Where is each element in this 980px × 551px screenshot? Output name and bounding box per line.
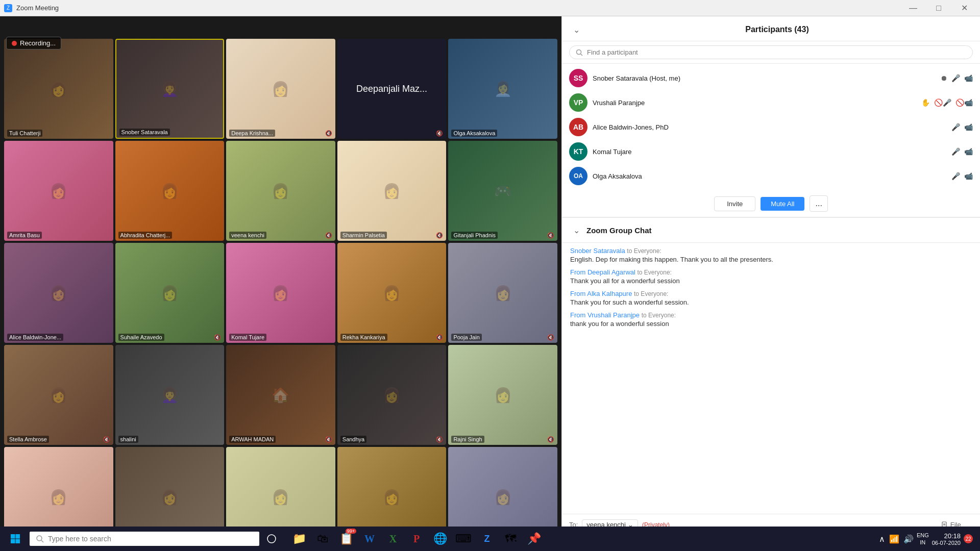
video-cell-olga[interactable]: 👩‍💼 Olga Aksakalova: [448, 39, 557, 139]
avatar-alice: AB: [569, 118, 587, 136]
video-cell-sandhya[interactable]: 👩 Sandhya 🔇: [337, 345, 447, 445]
video-cell-suhaile[interactable]: 👩 Suhaile Azavedo 🔇: [115, 243, 225, 343]
start-button[interactable]: [3, 527, 28, 551]
video-frame-stella: 👩: [4, 345, 113, 445]
task-view-button[interactable]: [261, 529, 282, 549]
video-cell-gitanjali[interactable]: 🎮 Gitanjali Phadnis 🔇: [448, 141, 557, 241]
word-icon: W: [364, 533, 375, 545]
participant-item-snober[interactable]: SS Snober Sataravala (Host, me) ⏺ 🎤 📹: [562, 66, 980, 90]
mute-icon-sharmin: 🔇: [436, 232, 443, 239]
video-cell-sharmin[interactable]: 👩 Sharmin Palsetia 🔇: [337, 141, 447, 241]
chat-to-2: to Everyone:: [634, 290, 668, 297]
participant-item-vrushali[interactable]: VP Vrushali Paranjpe ✋ 🚫🎤 🚫📹: [562, 90, 980, 115]
video-cell-rekha[interactable]: 👩 Rekha Kankariya 🔇: [337, 243, 447, 343]
taskbar-search-input[interactable]: [48, 535, 253, 543]
taskbar-app-store[interactable]: 🛍: [311, 528, 334, 550]
powerpoint-icon: P: [413, 533, 420, 545]
video-cell-snober[interactable]: 👩‍🦱 Snober Sataravala: [115, 39, 225, 139]
mute-icon-gitanjali: 🔇: [547, 232, 554, 239]
apps-icon: 📋: [339, 532, 353, 545]
taskbar-right: ∧ 📶 🔊 ENG IN 20:18 06-07-2020 22: [879, 532, 977, 546]
maps-icon: 🗺: [505, 532, 516, 545]
video-frame-abhradita: 👩: [115, 141, 225, 241]
video-cell-shalini[interactable]: 👩‍🦱 shalini: [115, 345, 225, 445]
video-cell-komal[interactable]: 👩 Komal Tujare: [226, 243, 335, 343]
taskbar-app-excel[interactable]: X: [382, 528, 404, 550]
video-cell-rajni[interactable]: 👩 Rajni Singh 🔇: [448, 345, 557, 445]
mute-icon-deepanjali: 🔇: [436, 130, 443, 137]
search-participant-input[interactable]: [587, 48, 966, 56]
participant-name-komal: Komal Tujare: [593, 148, 946, 156]
mute-icon-suhaile: 🔇: [214, 334, 221, 341]
taskbar-center: [261, 529, 282, 549]
participant-item-olga[interactable]: OA Olga Aksakalova 🎤 📹: [562, 164, 980, 188]
cell-name-gitanjali: Gitanjali Phadnis: [451, 232, 498, 239]
taskbar-app-edge[interactable]: 🌐: [429, 528, 451, 550]
participant-name-snober: Snober Sataravala (Host, me): [593, 74, 935, 82]
taskbar-app-explorer[interactable]: 📁: [288, 528, 310, 550]
close-button[interactable]: ✕: [952, 0, 976, 16]
svg-rect-7: [11, 539, 15, 544]
invite-button[interactable]: Invite: [714, 196, 755, 211]
cell-name-deepanjali: Deepanjali Maz...: [356, 84, 427, 94]
video-cell-alice[interactable]: 👩 Alice Baldwin-Jone...: [4, 243, 113, 343]
minimize-button[interactable]: —: [901, 0, 925, 16]
cell-name-snober: Snober Sataravala: [119, 129, 170, 136]
avatar-snober: SS: [569, 69, 587, 87]
taskbar-app-zoom[interactable]: Z: [476, 528, 498, 550]
video-cell-tuli[interactable]: 👩 Tuli Chatterji: [4, 39, 113, 139]
svg-point-11: [267, 535, 276, 543]
video-frame-deepa: 👩: [226, 39, 335, 139]
video-cell-abhradita[interactable]: 👩 Abhradita Chatterj...: [115, 141, 225, 241]
mute-icon-veena: 🔇: [325, 232, 332, 239]
cell-name-amrita: Amrita Basu: [7, 232, 42, 239]
video-cell-pooja[interactable]: 👩 Pooja Jain 🔇: [448, 243, 557, 343]
maximize-button[interactable]: □: [927, 0, 950, 16]
cell-name-deepa: Deepa Krishna...: [229, 130, 275, 137]
taskbar-app-sticky[interactable]: 📌: [523, 528, 545, 550]
svg-rect-6: [16, 534, 20, 539]
chat-sender-1: From Deepali Agarwal: [570, 268, 635, 276]
time-display: 20:18: [932, 532, 961, 540]
participants-title: Participants (43): [582, 25, 972, 34]
video-icon-olga: 📹: [964, 172, 973, 180]
video-frame-gitanjali: 🎮: [448, 141, 557, 241]
cell-name-stella: Stella Ambrose: [7, 436, 49, 443]
taskbar-app-maps[interactable]: 🗺: [499, 528, 522, 550]
taskbar-app-powerpoint[interactable]: P: [405, 528, 428, 550]
video-frame-pooja: 👩: [448, 243, 557, 343]
video-cell-deepanjali[interactable]: Deepanjali Maz... 🔇: [337, 39, 447, 139]
participant-item-komal[interactable]: KT Komal Tujare 🎤 📹: [562, 139, 980, 164]
svg-rect-5: [11, 534, 15, 539]
video-cell-stella[interactable]: 👩 Stella Ambrose 🔇: [4, 345, 113, 445]
taskbar-app-input[interactable]: ⌨: [452, 528, 475, 550]
collapse-participants-button[interactable]: ⌄: [570, 23, 582, 36]
mic-icon-komal: 🎤: [951, 147, 960, 156]
chat-to-3: to Everyone:: [642, 312, 676, 319]
video-frame-snober: 👩‍🦱: [116, 40, 224, 138]
taskbar-app-word[interactable]: W: [358, 528, 381, 550]
input-icon: ⌨: [455, 532, 472, 545]
video-cell-deepa[interactable]: 👩 Deepa Krishna... 🔇: [226, 39, 335, 139]
avatar-vrushali: VP: [569, 93, 587, 112]
video-cell-amrita[interactable]: 👩 Amrita Basu: [4, 141, 113, 241]
chat-section: ⌄ Zoom Group Chat Snober Sataravala to E…: [562, 217, 980, 551]
chat-message-2: From Alka Kalhapure to Everyone: Thank y…: [570, 290, 972, 306]
video-frame-rajni: 👩: [448, 345, 557, 445]
notification-badge[interactable]: 22: [964, 534, 973, 543]
video-cell-arwah[interactable]: 🏠 ARWAH MADAN 🔇: [226, 345, 335, 445]
up-arrow-icon[interactable]: ∧: [879, 534, 885, 544]
mute-icon-arwah: 🔇: [325, 436, 332, 443]
date-display: 06-07-2020: [932, 540, 961, 546]
volume-icon[interactable]: 🔊: [903, 534, 914, 544]
cell-name-rajni: Rajni Singh: [451, 436, 484, 443]
controls-alice: 🎤 📹: [951, 123, 973, 131]
avatar-komal: KT: [569, 142, 587, 161]
wifi-icon: 📶: [889, 534, 899, 544]
mute-all-button[interactable]: Mute All: [761, 197, 804, 211]
more-participants-button[interactable]: ...: [810, 195, 827, 212]
video-cell-veena[interactable]: 👩 veena kenchi 🔇: [226, 141, 335, 241]
collapse-chat-button[interactable]: ⌄: [570, 224, 582, 236]
taskbar-app-apps[interactable]: 📋 99+: [335, 528, 357, 550]
participant-item-alice[interactable]: AB Alice Baldwin-Jones, PhD 🎤 📹: [562, 115, 980, 139]
